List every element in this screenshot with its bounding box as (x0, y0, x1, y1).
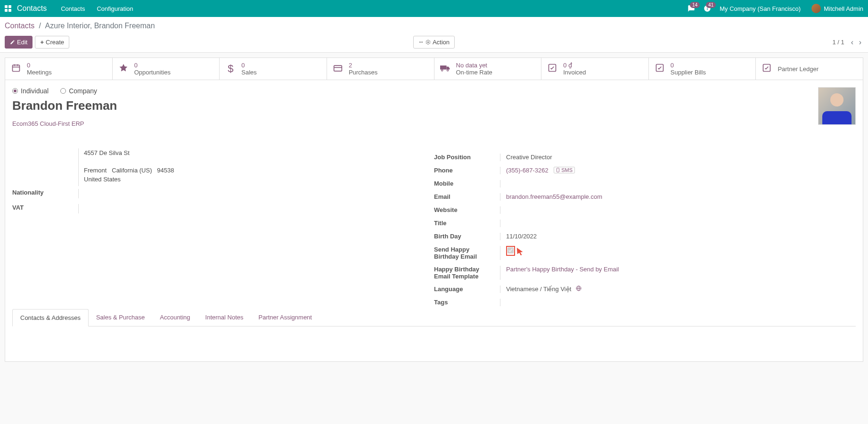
company-link[interactable]: Ecom365 Cloud-First ERP (12, 120, 84, 127)
messages-icon[interactable]: 14 (688, 5, 695, 12)
create-button[interactable]: + Create (35, 36, 69, 49)
tab-accounting[interactable]: Accounting (152, 309, 197, 326)
address: 4557 De Silva St Fremont California (US)… (12, 148, 434, 184)
truck-icon (440, 64, 450, 74)
radio-icon (12, 88, 18, 94)
sms-button[interactable]: SMS (554, 167, 575, 173)
label-website: Website (434, 206, 500, 214)
calendar-icon (11, 63, 21, 75)
star-icon (118, 63, 129, 75)
app-name[interactable]: Contacts (17, 4, 47, 13)
value-title (500, 220, 856, 227)
stat-purchases[interactable]: 2Purchases (327, 58, 434, 80)
label-birthday-template: Happy Birthday Email Template (434, 266, 500, 280)
stat-sales[interactable]: $ 0Sales (220, 58, 327, 80)
svg-rect-7 (440, 65, 447, 69)
value-language: Vietnamese / Tiếng Việt (500, 285, 856, 293)
label-birthday: Birth Day (434, 233, 500, 240)
control-panel: Contacts / Azure Interior, Brandon Freem… (0, 17, 868, 53)
label-tags: Tags (434, 299, 500, 306)
svg-point-0 (427, 41, 429, 43)
send-birthday-checkbox[interactable] (506, 246, 515, 256)
tab-partner-assignment[interactable]: Partner Assignment (251, 309, 319, 326)
svg-rect-1 (13, 65, 20, 71)
stat-invoiced[interactable]: 0 ₫Invoiced (541, 58, 649, 80)
apps-icon[interactable] (5, 5, 11, 12)
user-menu[interactable]: Mitchell Admin (809, 4, 863, 13)
globe-icon[interactable] (576, 285, 581, 293)
pager-next[interactable]: › (857, 37, 863, 48)
navbar: Contacts Contacts Configuration 14 41 My… (0, 0, 868, 17)
user-avatar-icon (811, 4, 821, 13)
stat-bar: 0Meetings 0Opportunities $ 0Sales 2Purch… (5, 58, 863, 80)
label-nationality: Nationality (12, 189, 78, 198)
company-selector[interactable]: My Company (San Francisco) (720, 5, 801, 12)
stat-supplier-bills[interactable]: 0Supplier Bills (649, 58, 756, 80)
label-title: Title (434, 220, 500, 227)
value-mobile (500, 180, 856, 188)
dollar-icon: $ (225, 63, 236, 75)
activities-icon[interactable]: 41 (704, 5, 711, 12)
radio-individual[interactable]: Individual (12, 87, 49, 95)
edit-button[interactable]: Edit (5, 36, 33, 49)
tab-sales-purchase[interactable]: Sales & Purchase (89, 309, 152, 326)
breadcrumb-current: Azure Interior, Brandon Freeman (45, 22, 155, 30)
breadcrumb: Contacts / Azure Interior, Brandon Freem… (5, 22, 863, 30)
value-birthday-template[interactable]: Partner's Happy Birthday - Send by Email (500, 266, 856, 280)
contact-name: Brandon Freeman (12, 98, 856, 113)
value-vat (78, 204, 434, 213)
label-vat: VAT (12, 204, 78, 213)
stat-meetings[interactable]: 0Meetings (5, 58, 113, 80)
form-sheet: 0Meetings 0Opportunities $ 0Sales 2Purch… (5, 57, 863, 362)
messages-badge: 14 (690, 2, 700, 8)
label-job-position: Job Position (434, 154, 500, 161)
value-tags (500, 299, 856, 306)
svg-point-9 (447, 69, 448, 71)
value-phone: (355)-687-3262 SMS (500, 167, 856, 174)
tabs: Contacts & Addresses Sales & Purchase Ac… (12, 309, 856, 326)
stat-opportunities[interactable]: 0Opportunities (113, 58, 220, 80)
label-email: Email (434, 193, 500, 201)
stat-partner-ledger[interactable]: Partner Ledger (756, 58, 863, 80)
contact-avatar[interactable] (818, 87, 856, 125)
svg-point-8 (441, 69, 442, 71)
value-website (500, 206, 856, 214)
card-icon (333, 64, 343, 74)
pencil-square-icon (762, 63, 772, 75)
radio-company[interactable]: Company (60, 87, 97, 95)
label-mobile: Mobile (434, 180, 500, 188)
value-birthday: 11/10/2022 (500, 233, 856, 240)
value-job-position: Creative Director (500, 154, 856, 161)
pencil-square-icon (547, 63, 557, 75)
label-language: Language (434, 285, 500, 293)
user-name: Mitchell Admin (824, 5, 863, 12)
value-email[interactable]: brandon.freeman55@example.com (500, 193, 856, 201)
activities-badge: 41 (706, 2, 716, 8)
pager-text: 1 / 1 (832, 39, 844, 46)
pencil-square-icon (655, 63, 665, 75)
svg-rect-5 (334, 65, 342, 71)
stat-ontime[interactable]: No data yetOn-time Rate (434, 58, 542, 80)
label-phone: Phone (434, 167, 500, 174)
tab-contacts-addresses[interactable]: Contacts & Addresses (12, 309, 89, 326)
nav-link-configuration[interactable]: Configuration (97, 5, 133, 12)
cursor-icon (516, 247, 524, 255)
svg-rect-13 (557, 168, 559, 172)
action-button[interactable]: Action (413, 36, 455, 49)
value-nationality (78, 189, 434, 198)
tab-internal-notes[interactable]: Internal Notes (198, 309, 251, 326)
label-send-birthday: Send Happy Birthday Email (434, 246, 500, 260)
breadcrumb-root[interactable]: Contacts (5, 22, 34, 30)
nav-link-contacts[interactable]: Contacts (61, 5, 85, 12)
pager-prev[interactable]: ‹ (849, 37, 855, 48)
radio-icon (60, 88, 66, 94)
